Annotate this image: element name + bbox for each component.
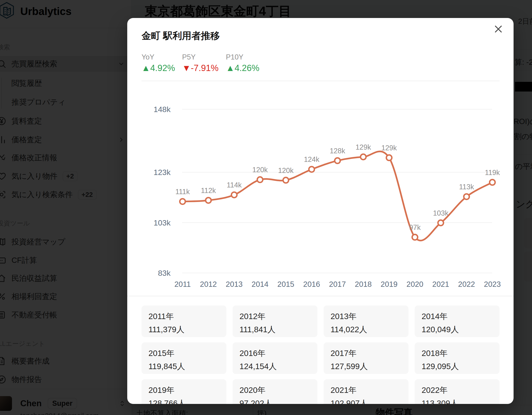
svg-text:83k: 83k [158,269,171,277]
svg-text:97k: 97k [409,223,421,232]
year-card: 2020年97,202人 [233,379,317,404]
year-card: 2017年127,599人 [324,342,408,374]
year-card: 2021年102,907人 [324,379,408,404]
svg-text:120k: 120k [278,166,294,174]
svg-text:2023: 2023 [484,280,501,289]
svg-text:2019: 2019 [380,280,397,289]
year-card: 2018年129,095人 [415,342,500,374]
svg-text:2021: 2021 [432,280,449,289]
svg-text:2017: 2017 [329,280,346,289]
svg-text:103k: 103k [153,218,171,227]
svg-text:123k: 123k [153,168,171,177]
svg-text:120k: 120k [252,166,268,174]
svg-text:128k: 128k [330,147,345,155]
svg-text:112k: 112k [201,186,216,195]
svg-text:114k: 114k [227,181,242,189]
yearly-values-grid: 2011年111,379人 2012年111,841人 2013年114,022… [142,306,500,404]
station-users-chart: 148k123k103k83k2011201220132014201520162… [127,18,513,297]
svg-text:129k: 129k [355,143,371,151]
svg-text:148k: 148k [153,105,171,114]
svg-text:2015: 2015 [277,280,294,289]
divider [127,296,513,296]
year-card: 2011年111,379人 [142,306,226,337]
svg-text:2022: 2022 [458,280,475,289]
svg-text:2020: 2020 [406,280,423,289]
year-card: 2015年119,845人 [142,342,226,374]
svg-text:119k: 119k [485,169,500,177]
svg-text:2013: 2013 [226,280,242,289]
year-card: 2012年111,841人 [233,306,317,337]
station-users-modal: 金町 駅利用者推移 YoY ▲4.92% P5Y ▼-7.91% P10Y ▲4… [127,18,513,404]
svg-text:2011: 2011 [174,280,191,289]
year-card: 2022年113,309人 [415,379,500,404]
line-chart-svg: 148k123k103k83k2011201220132014201520162… [127,18,513,297]
year-card: 2016年124,154人 [233,342,317,374]
year-card: 2019年128,766人 [142,379,226,404]
svg-text:2014: 2014 [251,280,268,289]
svg-text:129k: 129k [381,144,397,152]
svg-text:103k: 103k [433,209,448,217]
svg-text:2012: 2012 [200,280,217,289]
svg-text:2018: 2018 [355,280,371,289]
svg-text:111k: 111k [175,188,190,196]
year-card: 2014年120,049人 [415,306,500,337]
svg-text:113k: 113k [459,183,474,191]
svg-text:2016: 2016 [303,280,320,289]
year-card: 2013年114,022人 [324,306,408,337]
svg-text:124k: 124k [304,155,320,164]
